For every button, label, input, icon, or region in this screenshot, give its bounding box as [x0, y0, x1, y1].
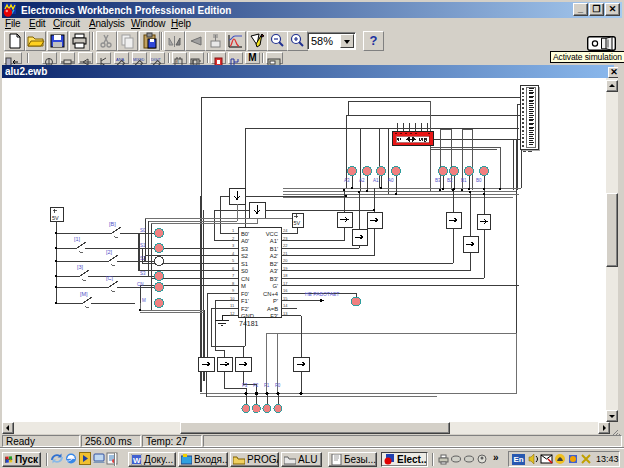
- svg-text:F1: F1: [264, 383, 270, 388]
- svg-text:13: 13: [283, 311, 288, 316]
- svg-text:[2]: [2]: [106, 249, 113, 255]
- svg-text:S0: S0: [140, 228, 146, 233]
- svg-text:S3: S3: [241, 246, 248, 252]
- svg-text:8: 8: [232, 281, 235, 286]
- svg-text:3: 3: [232, 243, 235, 248]
- svg-text:21: 21: [283, 251, 288, 256]
- svg-text:S0: S0: [241, 268, 248, 274]
- svg-text:S2: S2: [241, 253, 248, 259]
- svg-text:6: 6: [232, 266, 235, 271]
- svg-text:A0': A0': [241, 238, 249, 244]
- svg-text:1: 1: [232, 228, 235, 233]
- svg-text:S1: S1: [140, 243, 146, 248]
- svg-text:A3': A3': [270, 268, 278, 274]
- svg-text:W: W: [133, 456, 141, 465]
- svg-text:[B]: [B]: [109, 221, 116, 227]
- svg-text:GND: GND: [241, 313, 254, 319]
- svg-text:10: 10: [230, 296, 235, 301]
- svg-text:B0: B0: [476, 178, 482, 183]
- svg-text:[3]: [3]: [77, 264, 84, 270]
- svg-text:B1': B1': [270, 246, 278, 252]
- svg-text:A2': A2': [270, 253, 278, 259]
- svg-text:22: 22: [283, 243, 288, 248]
- svg-text:11: 11: [230, 303, 235, 308]
- svg-text:F0: F0: [275, 383, 281, 388]
- svg-text:НЕ РАБОТАЕТ: НЕ РАБОТАЕТ: [305, 291, 339, 297]
- svg-text:A2: A2: [359, 178, 365, 183]
- svg-text:F1': F1': [241, 298, 249, 304]
- svg-text:S3: S3: [140, 271, 146, 276]
- svg-text:12: 12: [230, 311, 235, 316]
- svg-text:7: 7: [232, 273, 235, 278]
- svg-text:A=B: A=B: [267, 306, 278, 312]
- svg-text:[M]: [M]: [80, 291, 88, 297]
- svg-text:24: 24: [283, 228, 288, 233]
- svg-text:19: 19: [283, 266, 288, 271]
- svg-text:2: 2: [232, 236, 235, 241]
- svg-text:CN+4: CN+4: [263, 291, 279, 297]
- svg-text:B2: B2: [447, 178, 453, 183]
- svg-text:18: 18: [283, 273, 288, 278]
- svg-text:9: 9: [232, 288, 235, 293]
- svg-text:4: 4: [232, 251, 235, 256]
- svg-text:B3: B3: [435, 178, 441, 183]
- svg-text:15: 15: [283, 296, 288, 301]
- svg-text:20: 20: [283, 258, 288, 263]
- svg-text:F3: F3: [242, 383, 248, 388]
- svg-text:B3': B3': [270, 276, 278, 282]
- svg-text:16: 16: [283, 288, 288, 293]
- svg-text:VCC: VCC: [266, 231, 278, 237]
- svg-text:CN: CN: [137, 282, 144, 287]
- svg-text:CN: CN: [241, 276, 249, 282]
- svg-text:14: 14: [283, 303, 288, 308]
- svg-text:[C]: [C]: [106, 275, 114, 281]
- svg-text:A0: A0: [388, 178, 394, 183]
- svg-text:A1: A1: [373, 178, 379, 183]
- svg-text:P': P': [273, 298, 278, 304]
- svg-text:5V: 5V: [52, 215, 59, 221]
- svg-text:B0': B0': [241, 231, 249, 237]
- svg-text:S1: S1: [241, 261, 248, 267]
- svg-text:17: 17: [283, 281, 288, 286]
- svg-text:B1: B1: [461, 178, 467, 183]
- svg-text:F3': F3': [270, 313, 278, 319]
- svg-text:M: M: [241, 283, 246, 289]
- svg-text:S2: S2: [140, 256, 146, 261]
- svg-text:23: 23: [283, 236, 288, 241]
- svg-text:[1]: [1]: [74, 236, 81, 242]
- svg-text:B2': B2': [270, 261, 278, 267]
- svg-text:F0': F0': [241, 291, 249, 297]
- svg-text:A1': A1': [270, 238, 278, 244]
- svg-text:5V: 5V: [294, 220, 301, 226]
- svg-text:F2: F2: [253, 383, 259, 388]
- svg-text:G': G': [272, 283, 278, 289]
- svg-text:74181: 74181: [239, 320, 259, 327]
- svg-text:5: 5: [232, 258, 235, 263]
- svg-text:A3: A3: [344, 178, 350, 183]
- svg-text:M: M: [142, 298, 146, 303]
- svg-text:F2': F2': [241, 306, 249, 312]
